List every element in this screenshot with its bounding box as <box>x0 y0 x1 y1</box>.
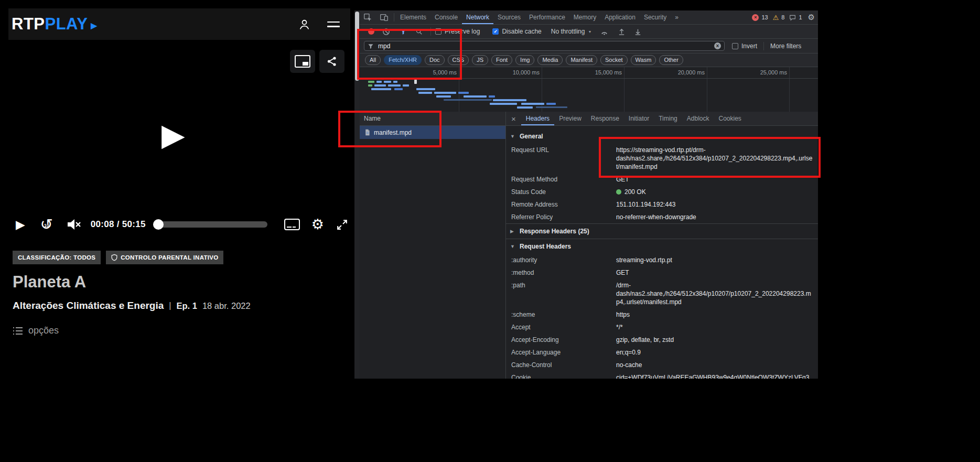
subtitles-button[interactable] <box>284 219 300 230</box>
search-icon[interactable] <box>412 28 426 35</box>
chip-js[interactable]: JS <box>472 55 488 65</box>
chip-socket[interactable]: Socket <box>600 55 628 65</box>
preserve-log-label[interactable]: Preserve log <box>445 28 480 35</box>
page-scrollbar[interactable] <box>354 10 360 379</box>
request-row-manifest[interactable]: manifest.mpd <box>360 126 505 139</box>
invert-label[interactable]: Invert <box>741 42 757 50</box>
network-toolbar: Preserve log ✓ Disable cache No throttli… <box>360 25 818 39</box>
network-filter-box[interactable]: × <box>364 41 725 51</box>
header-row-authority: :authority streaming-vod.rtp.pt <box>506 254 818 266</box>
close-details-icon[interactable]: × <box>506 115 521 123</box>
issues-icon[interactable] <box>789 14 796 21</box>
errors-icon[interactable]: × <box>752 14 759 21</box>
waterfall-bar <box>394 88 403 90</box>
filter-icon[interactable] <box>396 28 411 35</box>
tab-adblock[interactable]: Adblock <box>682 112 714 125</box>
general-section-header[interactable]: ▼ General <box>506 129 818 144</box>
chip-wasm[interactable]: Wasm <box>631 55 656 65</box>
progress-knob[interactable] <box>153 219 164 230</box>
fullscreen-button[interactable] <box>336 218 349 231</box>
warning-count[interactable]: 8 <box>781 14 784 20</box>
chip-media[interactable]: Media <box>537 55 563 65</box>
issue-count[interactable]: 1 <box>799 14 802 20</box>
big-play-button[interactable]: ▶ <box>161 120 185 150</box>
error-count[interactable]: 13 <box>761 14 768 20</box>
waterfall-bar <box>388 84 401 87</box>
header-row-cookie: Cookie cid=+WDf73uVmLjVaREEaGWHB93w9e4qW… <box>506 371 818 379</box>
tab-cookies[interactable]: Cookies <box>714 112 746 125</box>
tab-console[interactable]: Console <box>430 10 462 24</box>
more-filters-button[interactable]: More filters <box>770 42 801 50</box>
chip-fetch-xhr[interactable]: Fetch/XHR <box>384 55 422 65</box>
tab-application[interactable]: Application <box>600 10 640 24</box>
rewind-10-button[interactable]: ↺ 10 <box>39 217 55 232</box>
request-headers-section-header[interactable]: ▼ Request Headers <box>506 239 818 254</box>
caret-right-icon: ▶ <box>510 229 515 234</box>
waterfall-bar <box>521 103 544 105</box>
chip-all[interactable]: All <box>365 55 381 65</box>
chip-manifest[interactable]: Manifest <box>566 55 597 65</box>
header-row-status-code: Status Code 200 OK <box>506 186 818 198</box>
clear-network-log-icon[interactable] <box>379 28 394 36</box>
parental-badge: CONTROLO PARENTAL INATIVO <box>106 251 223 264</box>
inspect-element-icon[interactable] <box>360 13 376 22</box>
throttling-select[interactable]: No throttling ▼ <box>551 28 592 35</box>
disable-cache-label[interactable]: Disable cache <box>502 28 541 35</box>
chip-doc[interactable]: Doc <box>425 55 445 65</box>
chip-other[interactable]: Other <box>659 55 683 65</box>
tab-initiator[interactable]: Initiator <box>624 112 654 125</box>
tab-timing[interactable]: Timing <box>654 112 682 125</box>
export-har-icon[interactable] <box>630 28 645 36</box>
screen: RTPPLAY▶ <box>0 0 980 462</box>
network-overview-timeline[interactable]: 5,000 ms 10,000 ms 15,000 ms 20,000 ms 2… <box>360 67 818 112</box>
import-har-icon[interactable] <box>614 28 629 36</box>
network-conditions-icon[interactable] <box>597 28 612 36</box>
tab-headers[interactable]: Headers <box>521 112 554 125</box>
chevron-down-icon: ▼ <box>588 30 591 34</box>
mute-button[interactable] <box>66 218 81 231</box>
series-name: Alterações Climáticas e Energia <box>13 300 164 311</box>
play-button[interactable]: ▶ <box>16 219 25 231</box>
preserve-log-checkbox[interactable] <box>435 28 441 35</box>
waterfall-bar <box>403 84 409 87</box>
chip-font[interactable]: Font <box>491 55 512 65</box>
tab-performance[interactable]: Performance <box>525 10 569 24</box>
waterfall-bar <box>416 88 435 90</box>
response-headers-section-header[interactable]: ▶ Response Headers (25) <box>506 224 818 239</box>
waterfall-bar <box>418 92 432 94</box>
device-toolbar-icon[interactable] <box>376 13 392 22</box>
name-column-header[interactable]: Name <box>360 112 505 126</box>
settings-button[interactable]: ⚙ <box>311 218 324 232</box>
header-row-scheme: :scheme https <box>506 308 818 321</box>
more-tabs-button[interactable]: » <box>671 10 683 24</box>
tab-network[interactable]: Network <box>462 10 493 24</box>
tab-sources[interactable]: Sources <box>493 10 525 24</box>
header-row-accept-language: Accept-Language en;q=0.9 <box>506 346 818 359</box>
waterfall-bar <box>368 81 374 83</box>
clear-filter-icon[interactable]: × <box>714 42 721 49</box>
menu-icon[interactable] <box>327 18 340 30</box>
disable-cache-checkbox[interactable]: ✓ <box>492 28 499 35</box>
chip-css[interactable]: CSS <box>448 55 469 65</box>
tab-security[interactable]: Security <box>640 10 671 24</box>
tab-memory[interactable]: Memory <box>569 10 600 24</box>
pip-button[interactable] <box>290 50 315 73</box>
rtp-play-logo[interactable]: RTPPLAY▶ <box>12 15 97 34</box>
devtools-panel: Elements Console Network Sources Perform… <box>360 10 818 379</box>
account-icon[interactable] <box>297 17 311 31</box>
invert-checkbox[interactable] <box>732 43 738 49</box>
chip-img[interactable]: Img <box>515 55 534 65</box>
tab-preview[interactable]: Preview <box>554 112 586 125</box>
tab-elements[interactable]: Elements <box>396 10 430 24</box>
scrollbar-thumb[interactable] <box>355 12 359 81</box>
warnings-icon[interactable]: ⚠ <box>773 14 779 21</box>
progress-bar[interactable] <box>153 221 267 228</box>
filter-input[interactable] <box>377 42 714 50</box>
waterfall-bar <box>536 106 567 108</box>
waterfall-bar <box>436 95 451 98</box>
share-button[interactable] <box>319 50 344 73</box>
tab-response[interactable]: Response <box>586 112 624 125</box>
record-network-log-button[interactable] <box>368 28 374 35</box>
devtools-settings-gear-icon[interactable]: ⚙ <box>808 13 815 22</box>
options-button[interactable]: opções <box>13 325 348 336</box>
